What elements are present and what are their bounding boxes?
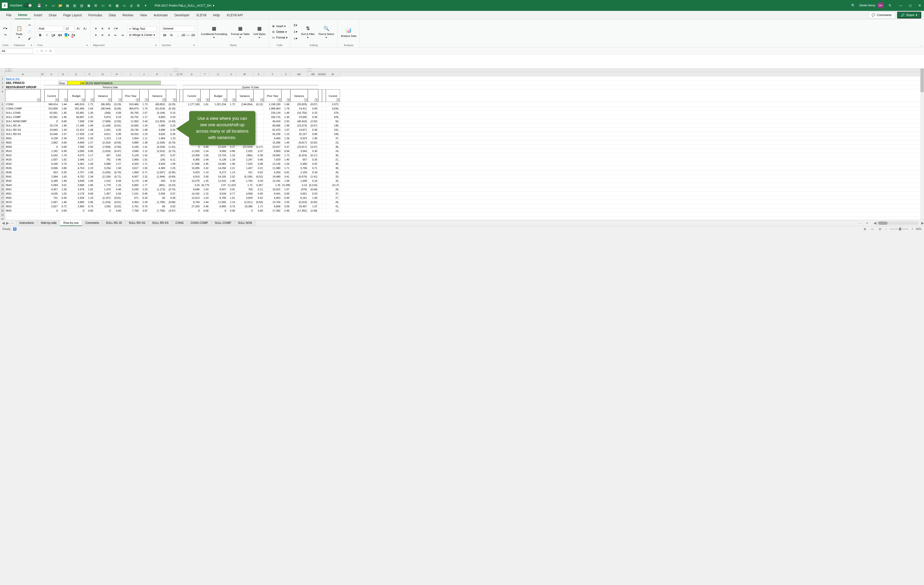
cell[interactable]: 0.81 — [281, 170, 290, 174]
cell[interactable]: Variance▾ — [148, 89, 166, 102]
formula-input[interactable] — [54, 48, 924, 54]
filter-button[interactable]: ▾ — [315, 98, 318, 101]
cell[interactable]: 8543 — [5, 183, 41, 187]
cell[interactable] — [183, 106, 201, 110]
cell[interactable]: 14,102 — [183, 191, 201, 196]
cell[interactable]: Back to ToC — [5, 77, 41, 81]
cell[interactable]: 1.19 — [85, 132, 94, 136]
cell[interactable]: 445,919 — [68, 102, 85, 106]
cell[interactable]: 0.35 — [166, 132, 177, 136]
cell[interactable]: Current▾ — [326, 89, 340, 102]
accessibility-icon[interactable]: ♿ — [13, 227, 16, 231]
cell[interactable]: (23,373) — [290, 124, 308, 127]
fx-icon[interactable]: fx — [50, 49, 52, 53]
cell[interactable]: 1.99 — [281, 124, 290, 127]
cell[interactable] — [41, 208, 45, 213]
cell[interactable]: 0.00 — [201, 208, 210, 213]
cell[interactable]: (2,911) — [236, 200, 254, 204]
column-header[interactable]: G — [94, 72, 112, 77]
cell[interactable]: 138, — [326, 124, 340, 127]
user-badge[interactable]: Derek Henry DH — [860, 2, 884, 9]
cell[interactable]: 8,937 — [210, 187, 227, 191]
cell[interactable]: (376) — [290, 187, 308, 191]
cell[interactable] — [177, 208, 180, 213]
cell[interactable]: 9,646 — [183, 187, 201, 191]
cell[interactable] — [318, 208, 322, 213]
format-painter-button[interactable]: 🖌 — [27, 36, 32, 41]
cell[interactable]: (2,138) — [94, 175, 112, 178]
cell[interactable]: 1.62 — [59, 157, 68, 161]
cell[interactable]: (1.41) — [308, 175, 318, 178]
row-header[interactable]: 23 — [0, 179, 5, 183]
cell[interactable] — [180, 161, 183, 166]
cell[interactable] — [180, 179, 183, 183]
column-header[interactable]: W — [236, 72, 254, 77]
cell[interactable]: (330) — [94, 110, 112, 115]
cell[interactable] — [41, 183, 45, 187]
cell[interactable] — [318, 183, 322, 187]
cell[interactable]: (0.17) — [326, 183, 340, 187]
cell[interactable]: 3.14 — [290, 183, 308, 187]
cell[interactable] — [322, 157, 326, 161]
tab-xlev8-api[interactable]: XLEV8 API — [223, 12, 246, 19]
cell[interactable]: 1.03 — [201, 187, 210, 191]
sheet-overflow-icon[interactable]: ⋯ — [857, 221, 864, 225]
cell[interactable] — [41, 128, 45, 132]
cell[interactable]: 0.09 — [112, 110, 122, 115]
cell[interactable]: 50, — [326, 119, 340, 123]
filter-button[interactable]: ▾ — [119, 98, 122, 101]
cell[interactable] — [322, 136, 326, 140]
cell[interactable]: 1.99 — [166, 161, 177, 166]
cell[interactable] — [177, 89, 180, 102]
cell[interactable]: 1.34 — [59, 128, 68, 132]
cell[interactable] — [177, 170, 180, 174]
cell[interactable] — [45, 81, 59, 85]
cell[interactable]: 1.49 — [85, 124, 94, 127]
cell[interactable]: 7,768 — [122, 208, 140, 213]
cell[interactable]: 1.77 — [140, 183, 148, 187]
cell[interactable] — [41, 110, 45, 115]
cell[interactable]: 0.26 — [112, 128, 122, 132]
cell[interactable]: 0.48 — [112, 187, 122, 191]
cell[interactable]: 1,357 — [94, 191, 112, 196]
cell[interactable]: 2.97 — [210, 183, 227, 187]
cell[interactable]: 0.09 — [308, 106, 318, 110]
cell[interactable]: 0.10 — [166, 179, 177, 183]
cell[interactable] — [180, 145, 183, 149]
cell[interactable]: 2,567 — [45, 200, 59, 204]
format-cells-button[interactable]: ▭Format ▾ — [271, 35, 287, 40]
cell[interactable]: 21,990 — [281, 183, 290, 187]
cell[interactable]: 1.46 — [59, 200, 68, 204]
cell[interactable]: 0.49 — [281, 196, 290, 200]
cell[interactable] — [41, 124, 45, 127]
cell[interactable]: 13,279 — [183, 179, 201, 183]
cell[interactable]: 3.37 — [281, 145, 290, 149]
cell[interactable]: 1.17 — [85, 153, 94, 157]
cell[interactable] — [180, 200, 183, 204]
cell[interactable] — [177, 183, 180, 187]
cell[interactable]: 0.45 — [140, 191, 148, 196]
increase-decimal-button[interactable]: .00→ — [182, 32, 188, 38]
italic-button[interactable]: I — [44, 32, 50, 38]
cell[interactable]: 1.26 — [281, 136, 290, 140]
filter-button[interactable]: ▾ — [136, 98, 139, 101]
tab-review[interactable]: Review — [119, 12, 137, 19]
maximize-button[interactable]: ◻ — [908, 3, 912, 8]
cell[interactable]: 1.22 — [85, 115, 94, 119]
cell[interactable]: (0.23) — [166, 183, 177, 187]
font-name-select[interactable] — [37, 26, 63, 31]
cell[interactable]: 1.17 — [140, 115, 148, 119]
cell[interactable]: 0.25 — [308, 157, 318, 161]
cell[interactable]: (0.47) — [112, 149, 122, 153]
cell[interactable]: 1.51 — [140, 157, 148, 161]
cell[interactable]: 23,017 — [264, 145, 281, 149]
cell[interactable]: 4,320 — [122, 161, 140, 166]
horizontal-scrollbar[interactable] — [876, 221, 919, 225]
cell[interactable]: 2.50 — [85, 145, 94, 149]
cell[interactable] — [322, 89, 326, 102]
cell[interactable]: 1.22 — [201, 191, 210, 196]
cell[interactable] — [322, 179, 326, 183]
qat-icon-4[interactable]: ▦ — [65, 3, 69, 8]
cell[interactable] — [180, 153, 183, 157]
cell[interactable]: 1,321,234 — [210, 102, 227, 106]
